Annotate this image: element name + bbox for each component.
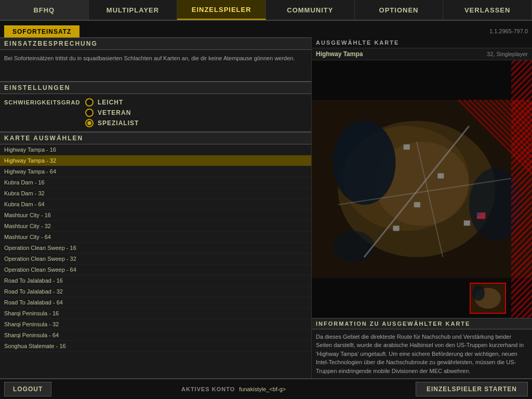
briefing-section: EINSATZBESPRECHUNG Bei Soforteinsätzen t…	[0, 37, 311, 82]
map-select-header: KARTE AUSWÄHLEN	[0, 132, 311, 144]
right-panel: AUSGEWÄHLTE KARTE Highway Tampa 32, Sing…	[312, 37, 532, 378]
map-list-item[interactable]: Mashtuur City - 32	[0, 221, 311, 232]
map-list-item[interactable]: Highway Tampa - 16	[0, 144, 311, 155]
nav-einzelspieler[interactable]: EINZELSPIELER	[177, 0, 266, 20]
map-list-item[interactable]: Operation Clean Sweep - 32	[0, 254, 311, 264]
map-list-item[interactable]: Kubra Dam - 16	[0, 177, 311, 188]
svg-line-23	[527, 100, 532, 105]
nav-multiplayer[interactable]: MULTIPLAYER	[89, 0, 178, 20]
top-navigation: BFHQ MULTIPLAYER EINZELSPIELER COMMUNITY…	[0, 0, 532, 21]
map-list-item[interactable]: Operation Clean Sweep - 16	[0, 243, 311, 254]
map-list-item[interactable]: Sharqi Peninsula - 16	[0, 308, 311, 319]
map-list-item[interactable]: Songhua Stalemate - 16	[0, 341, 311, 352]
radio-veteran[interactable]: VETERAN	[85, 109, 139, 117]
map-section-label: AUSGEWÄHLTE KARTE	[312, 37, 532, 48]
radio-group: LEICHT VETERAN SPEZIALIST	[85, 98, 139, 127]
logout-button[interactable]: LOGOUT	[4, 382, 51, 396]
map-list-item[interactable]: Highway Tampa - 64	[0, 166, 311, 177]
svg-rect-10	[404, 144, 410, 150]
map-list-item[interactable]: Mashtuur City - 16	[0, 210, 311, 221]
svg-rect-12	[414, 202, 420, 207]
map-header: Highway Tampa 32, Singleplayer	[312, 48, 532, 60]
svg-point-6	[332, 231, 375, 263]
map-list-item[interactable]: Road To Jalalabad - 32	[0, 286, 311, 297]
left-panel: EINSATZBESPRECHUNG Bei Soforteinsätzen t…	[0, 37, 312, 378]
radio-label-spezialist: SPEZIALIST	[98, 119, 139, 127]
svg-line-18	[511, 100, 532, 121]
briefing-text: Bei Soforteinsätzen trittst du in squadb…	[0, 50, 311, 81]
nav-community[interactable]: COMMUNITY	[266, 0, 355, 20]
svg-rect-16	[477, 212, 481, 216]
settings-section: EINSTELLUNGEN SCHWIERIGKEITSGRAD LEICHT …	[0, 82, 311, 132]
subtab-soforteinsatz[interactable]: SOFORTEINSATZ	[4, 25, 79, 37]
account-name: funakistyle_<bf-g>	[239, 386, 286, 392]
nav-verlassen[interactable]: VERLASSEN	[443, 0, 532, 20]
map-info-text: Da dieses Gebiet die direkteste Route fü…	[312, 329, 532, 379]
settings-header: EINSTELLUNGEN	[0, 82, 311, 94]
map-list-item[interactable]: Sharqi Peninsula - 64	[0, 330, 311, 341]
radio-label-veteran: VETERAN	[98, 109, 131, 116]
map-list-item[interactable]: Road To Jalalabad - 64	[0, 297, 311, 308]
account-area: AKTIVES KONTO funakistyle_<bf-g>	[51, 386, 416, 392]
svg-line-17	[516, 100, 532, 115]
map-select-section: KARTE AUSWÄHLEN Highway Tampa - 16Highwa…	[0, 132, 311, 378]
map-list-item[interactable]: Kubra Dam - 64	[0, 199, 311, 210]
radio-circle-veteran	[85, 109, 94, 117]
map-name-display: Highway Tampa	[316, 50, 363, 58]
nav-optionen[interactable]: OPTIONEN	[355, 0, 444, 20]
svg-rect-13	[393, 225, 399, 231]
bottom-bar: LOGOUT AKTIVES KONTO funakistyle_<bf-g> …	[0, 378, 532, 399]
map-mode-display: 32, Singleplayer	[487, 51, 528, 57]
map-image-area	[312, 60, 532, 318]
version-label: 1.1.2965-797.0	[489, 28, 528, 37]
map-thumbnail	[470, 283, 506, 314]
map-list-item[interactable]: Sharqi Peninsula - 32	[0, 319, 311, 330]
radio-circle-spezialist	[85, 119, 94, 127]
map-list-item[interactable]: Road To Jalalabad - 16	[0, 275, 311, 286]
map-list-item[interactable]: Mashtuur City - 64	[0, 232, 311, 243]
map-svg	[312, 60, 532, 318]
svg-line-22	[522, 100, 532, 110]
map-list[interactable]: Highway Tampa - 16Highway Tampa - 32High…	[0, 144, 311, 378]
map-info-section: INFORMATION ZU AUSGEWÄHLTER KARTE Da die…	[312, 318, 532, 379]
map-list-item[interactable]: Kubra Dam - 32	[0, 188, 311, 199]
svg-point-5	[469, 168, 522, 241]
subtab-bar: SOFORTEINSATZ 1.1.2965-797.0	[0, 21, 532, 37]
main-content: EINSATZBESPRECHUNG Bei Soforteinsätzen t…	[0, 37, 532, 378]
nav-bfhq[interactable]: BFHQ	[0, 0, 89, 20]
difficulty-row: SCHWIERIGKEITSGRAD LEICHT VETERAN SPEZIA…	[0, 94, 311, 131]
start-button[interactable]: EINZELSPIELER STARTEN	[416, 382, 528, 396]
map-info-header: INFORMATION ZU AUSGEWÄHLTER KARTE	[312, 318, 532, 329]
svg-rect-14	[464, 220, 470, 225]
radio-spezialist[interactable]: SPEZIALIST	[85, 119, 139, 127]
radio-label-leicht: LEICHT	[98, 99, 123, 106]
radio-circle-leicht	[85, 98, 94, 107]
svg-point-33	[472, 285, 485, 301]
svg-rect-11	[437, 173, 444, 178]
difficulty-label: SCHWIERIGKEITSGRAD	[4, 98, 77, 105]
briefing-header: EINSATZBESPRECHUNG	[0, 37, 311, 50]
radio-leicht[interactable]: LEICHT	[85, 98, 139, 107]
account-label: AKTIVES KONTO	[181, 386, 235, 392]
map-list-item[interactable]: Highway Tampa - 32	[0, 155, 311, 166]
svg-point-4	[332, 121, 395, 205]
map-list-item[interactable]: Operation Clean Sweep - 64	[0, 264, 311, 275]
